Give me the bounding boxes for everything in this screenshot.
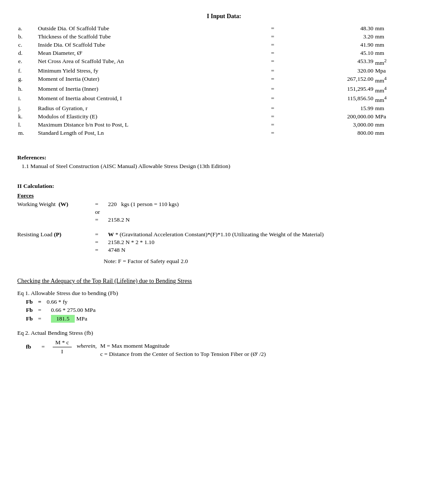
input-table-row: b. Thickness of the Scaffold Tube = 3.20… bbox=[17, 32, 431, 41]
input-eq: = bbox=[263, 112, 283, 121]
input-eq: = bbox=[263, 85, 283, 95]
calculation-section: II Calculation: Forces Working Weight (W… bbox=[17, 183, 431, 359]
fb2-wherein: wherein, bbox=[77, 339, 97, 349]
input-value: 41.90 bbox=[283, 41, 374, 49]
input-unit: mm bbox=[374, 41, 431, 49]
eq1-block: Eq 1. Allowable Stress due to bending (F… bbox=[17, 290, 431, 323]
input-table-row: i. Moment of Inertia about Centroid, I =… bbox=[17, 95, 431, 105]
input-value: 115,856.50 bbox=[283, 95, 374, 105]
input-data-title: I Input Data: bbox=[17, 13, 431, 20]
input-value: 200,000.00 bbox=[283, 112, 374, 121]
fb2-fraction: M * c I bbox=[53, 339, 72, 355]
input-unit: mm bbox=[374, 121, 431, 129]
working-weight-row2: = 2158.2 N bbox=[17, 216, 431, 223]
input-letter: g. bbox=[17, 75, 37, 85]
input-letter: e. bbox=[17, 57, 37, 67]
fb2-eq: = bbox=[41, 339, 53, 350]
fb2-def2: c = Distance from the Center of Section … bbox=[100, 351, 266, 358]
checking-section: Checking the Adequacy of the Top Rail (L… bbox=[17, 278, 431, 359]
input-table-row: f. Minimum Yield Stress, fy = 320.00 Mpa bbox=[17, 67, 431, 75]
resisting-load-row2: = 2158.2 N * 2 * 1.10 bbox=[17, 239, 431, 246]
working-weight-label: Working Weight (W) bbox=[17, 201, 95, 208]
eq2-block: Eq 2. Actual Bending Stress (fb) fb = M … bbox=[17, 330, 431, 359]
input-label: Moment of Inertia about Centroid, I bbox=[37, 95, 263, 105]
input-unit: mm4 bbox=[374, 95, 431, 105]
fb-row2: Fb = 0.66 * 275.00 MPa bbox=[26, 307, 431, 314]
working-weight-row1: Working Weight (W) = 220 kgs (1 person =… bbox=[17, 201, 431, 208]
input-letter: c. bbox=[17, 41, 37, 49]
input-eq: = bbox=[263, 49, 283, 57]
input-eq: = bbox=[263, 129, 283, 137]
input-label: Net Cross Area of Scaffold Tube, An bbox=[37, 57, 263, 67]
input-letter: i. bbox=[17, 95, 37, 105]
input-label: Modulos of Elasticity (E) bbox=[37, 112, 263, 121]
resisting-load-row1: Resisting Load (P) = W * (Gravitational … bbox=[17, 231, 431, 238]
input-value: 3,000.00 bbox=[283, 121, 374, 129]
input-letter: f. bbox=[17, 67, 37, 75]
fb-highlighted-value: 181.5 bbox=[51, 315, 75, 323]
input-value: 48.30 bbox=[283, 24, 374, 32]
input-label: Maximum Distance b/n Post to Post, L bbox=[37, 121, 263, 129]
resisting-load-row3: = 4748 N bbox=[17, 247, 431, 254]
calculation-title: II Calculation: bbox=[17, 183, 431, 190]
input-eq: = bbox=[263, 57, 283, 67]
input-label: Outside Dia. Of Scaffold Tube bbox=[37, 24, 263, 32]
input-value: 453.39 bbox=[283, 57, 374, 67]
eq1-label: Eq 1. Allowable Stress due to bending (F… bbox=[17, 290, 431, 297]
input-unit: Mpa bbox=[374, 67, 431, 75]
input-label: Radius of Gyration, r bbox=[37, 104, 263, 112]
input-table-row: e. Net Cross Area of Scaffold Tube, An =… bbox=[17, 57, 431, 67]
input-unit: MPa bbox=[374, 112, 431, 121]
input-label: Thickness of the Scaffold Tube bbox=[37, 32, 263, 41]
input-label: Minimum Yield Stress, fy bbox=[37, 67, 263, 75]
fb-row3: Fb = 181.5 MPa bbox=[26, 315, 431, 323]
input-unit: mm bbox=[374, 104, 431, 112]
input-letter: l. bbox=[17, 121, 37, 129]
input-letter: h. bbox=[17, 85, 37, 95]
input-table-row: d. Mean Diameter, Ø' = 45.10 mm bbox=[17, 49, 431, 57]
fb2-def1: M = Max moment Magnitude bbox=[100, 343, 266, 349]
input-label: Moment of Inertia (Outer) bbox=[37, 75, 263, 85]
input-table-row: h. Moment of Inertia (Inner) = 151,295.4… bbox=[17, 85, 431, 95]
input-table-row: c. Inside Dia. Of Scaffold Tube = 41.90 … bbox=[17, 41, 431, 49]
eq2-row: fb = M * c I wherein, M = Max moment Mag… bbox=[26, 339, 431, 359]
input-data-table: a. Outside Dia. Of Scaffold Tube = 48.30… bbox=[17, 24, 431, 137]
input-letter: m. bbox=[17, 129, 37, 137]
input-eq: = bbox=[263, 95, 283, 105]
input-unit: mm4 bbox=[374, 75, 431, 85]
working-weight-or: or bbox=[95, 209, 431, 216]
input-label: Standard Length of Post, Ln bbox=[37, 129, 263, 137]
input-eq: = bbox=[263, 24, 283, 32]
input-letter: b. bbox=[17, 32, 37, 41]
references-section: References: 1.1 Manual of Steel Construc… bbox=[17, 154, 431, 170]
input-table-row: g. Moment of Inertia (Outer) = 267,152.0… bbox=[17, 75, 431, 85]
input-value: 800.00 bbox=[283, 129, 374, 137]
input-table-row: j. Radius of Gyration, r = 15.99 mm bbox=[17, 104, 431, 112]
input-value: 320.00 bbox=[283, 67, 374, 75]
input-label: Mean Diameter, Ø' bbox=[37, 49, 263, 57]
input-eq: = bbox=[263, 75, 283, 85]
input-eq: = bbox=[263, 121, 283, 129]
input-table-row: m. Standard Length of Post, Ln = 800.00 … bbox=[17, 129, 431, 137]
forces-title: Forces bbox=[17, 192, 431, 199]
resisting-load-block: Resisting Load (P) = W * (Gravitational … bbox=[17, 231, 431, 265]
input-value: 15.99 bbox=[283, 104, 374, 112]
fb-row1: Fb = 0.66 * fy bbox=[26, 298, 431, 305]
input-unit: mm bbox=[374, 32, 431, 41]
input-eq: = bbox=[263, 104, 283, 112]
note: Note: F = Factor of Safety equal 2.0 bbox=[104, 258, 431, 265]
input-value: 3.20 bbox=[283, 32, 374, 41]
input-value: 151,295.49 bbox=[283, 85, 374, 95]
input-letter: k. bbox=[17, 112, 37, 121]
input-eq: = bbox=[263, 32, 283, 41]
input-unit: mm bbox=[374, 129, 431, 137]
input-table-row: a. Outside Dia. Of Scaffold Tube = 48.30… bbox=[17, 24, 431, 32]
eq2-label: Eq 2. Actual Bending Stress (fb) bbox=[17, 330, 431, 336]
fb2-var: fb bbox=[26, 339, 41, 350]
input-unit: mm2 bbox=[374, 57, 431, 67]
input-table-row: k. Modulos of Elasticity (E) = 200,000.0… bbox=[17, 112, 431, 121]
working-weight-block: Working Weight (W) = 220 kgs (1 person =… bbox=[17, 201, 431, 223]
input-label: Moment of Inertia (Inner) bbox=[37, 85, 263, 95]
references-title: References: bbox=[17, 154, 431, 161]
input-value: 45.10 bbox=[283, 49, 374, 57]
